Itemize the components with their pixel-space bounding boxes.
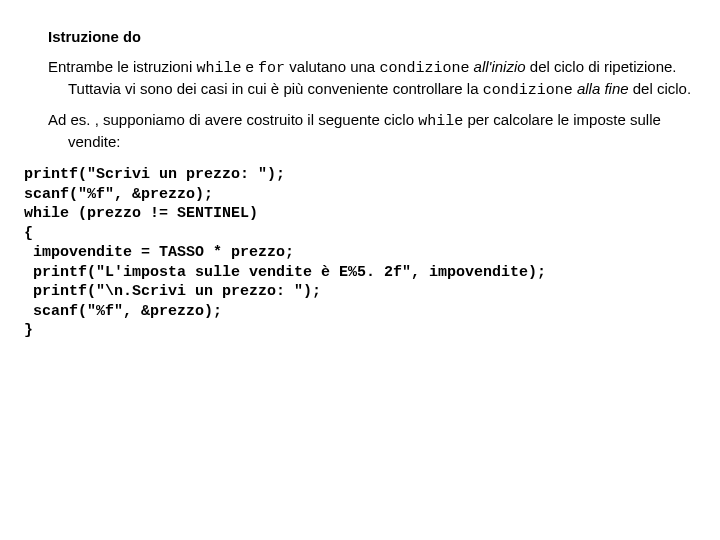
p1-italic-inizio: all'inizio — [474, 58, 526, 75]
p1-text-5b: del ciclo. — [629, 80, 692, 97]
code-block: printf("Scrivi un prezzo: "); scanf("%f"… — [24, 165, 696, 341]
p1-text-1: Entrambe le istruzioni — [48, 58, 196, 75]
p1-keyword-for: for — [258, 60, 285, 77]
p1-italic-fine: alla fine — [577, 80, 629, 97]
p2-text-1: Ad es. , supponiamo di avere costruito i… — [48, 111, 418, 128]
p1-keyword-condizione-2: condizione — [483, 82, 573, 99]
p1-text-3: valutano una — [285, 58, 379, 75]
p1-text-2: e — [241, 58, 258, 75]
heading-prefix: Istruzione — [48, 28, 123, 45]
paragraph-1: Entrambe le istruzioni while e for valut… — [48, 57, 696, 100]
p1-keyword-condizione: condizione — [379, 60, 469, 77]
p2-keyword-while: while — [418, 113, 463, 130]
slide-heading: Istruzione do — [48, 28, 696, 47]
heading-keyword: do — [123, 30, 141, 47]
p1-keyword-while: while — [196, 60, 241, 77]
paragraph-2: Ad es. , supponiamo di avere costruito i… — [48, 110, 696, 151]
